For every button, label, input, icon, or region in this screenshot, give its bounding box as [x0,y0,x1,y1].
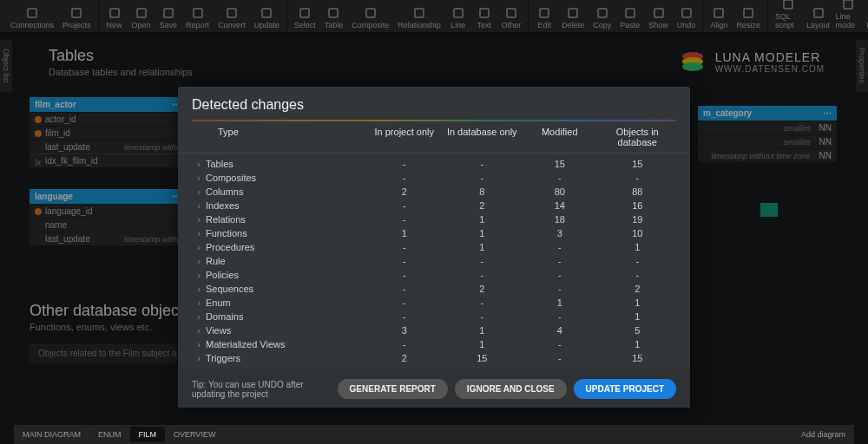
db-only: - [444,297,522,308]
change-row[interactable]: ›Sequences-2-2 [192,282,676,296]
generate-report-button[interactable]: GENERATE REPORT [338,379,448,399]
change-type: Indexes [206,200,365,211]
obj-in-db: - [599,270,677,280]
change-row[interactable]: ›Indexes-21416 [192,199,676,212]
modified: 1 [521,297,599,308]
change-row[interactable]: ›Policies---- [192,268,676,282]
db-only: - [444,173,522,183]
db-only: 1 [444,228,522,238]
update-project-button[interactable]: UPDATE PROJECT [574,379,676,399]
obj-in-db: 88 [599,186,677,197]
detected-changes-dialog: Detected changes Type In project only In… [178,87,690,408]
change-row[interactable]: ›Enum--11 [192,296,676,310]
change-row[interactable]: ›Tables--1515 [192,157,676,171]
col-header: In database only [444,127,522,147]
chevron-right-icon: › [192,339,206,349]
db-only: 2 [444,200,522,211]
proj-only: - [365,297,444,308]
diagram-tab[interactable]: ENUM [89,427,130,442]
chevron-right-icon: › [192,284,206,294]
modified: 14 [521,200,599,211]
proj-only: - [365,284,444,294]
proj-only: - [365,339,444,349]
proj-only: - [365,270,444,280]
db-only: 1 [444,339,522,349]
db-only: 15 [444,353,522,363]
modified: 4 [521,325,599,336]
dialog-footer: Tip: You can use UNDO after updating the… [178,369,690,408]
chevron-right-icon: › [192,270,206,280]
chevron-right-icon: › [192,325,206,336]
chevron-right-icon: › [192,200,206,211]
modified: - [521,270,599,280]
modified: - [521,173,599,183]
diagram-tab[interactable]: MAIN DIAGRAM [14,427,89,442]
divider [192,120,676,121]
obj-in-db: - [599,173,677,183]
change-row[interactable]: ›Functions11310 [192,226,676,240]
change-type: Sequences [206,284,365,294]
change-type: Policies [206,270,365,280]
db-only: 1 [444,325,522,336]
change-type: Relations [206,214,365,225]
obj-in-db: 1 [599,311,677,322]
proj-only: 1 [365,228,444,238]
chevron-right-icon: › [192,228,206,238]
change-row[interactable]: ›Procedures-1-1 [192,240,676,254]
obj-in-db: 10 [599,228,677,238]
col-header: Objects in database [599,127,677,147]
change-row[interactable]: ›Rule---- [192,254,676,268]
change-type: Functions [206,228,365,238]
ignore-close-button[interactable]: IGNORE AND CLOSE [455,379,567,399]
change-row[interactable]: ›Composites---- [192,171,676,185]
col-header: Modified [521,127,599,147]
db-only: - [444,256,522,266]
db-only: 1 [444,242,522,252]
chevron-right-icon: › [192,173,206,183]
chevron-right-icon: › [192,311,206,322]
modified: - [521,339,599,349]
chevron-right-icon: › [192,353,206,363]
diagram-tabs: MAIN DIAGRAMENUMFILMOVERVIEWAdd diagram [14,425,854,444]
change-row[interactable]: ›Relations-11819 [192,212,676,226]
change-type: Columns [206,186,365,197]
change-type: Rule [206,256,365,266]
proj-only: - [365,173,444,183]
obj-in-db: 15 [599,159,677,169]
obj-in-db: 2 [599,284,677,294]
modified: - [521,284,599,294]
dialog-title: Detected changes [178,87,690,120]
change-row[interactable]: ›Materialized Views-1-1 [192,337,676,351]
proj-only: - [365,214,444,225]
change-type: Views [206,325,365,336]
proj-only: - [365,200,444,211]
proj-only: 2 [365,353,444,363]
db-only: 8 [444,186,522,197]
change-row[interactable]: ›Views3145 [192,323,676,337]
db-only: - [444,159,522,169]
col-header: In project only [365,127,444,147]
proj-only: - [365,242,444,252]
obj-in-db: 1 [599,297,677,308]
obj-in-db: - [599,256,677,266]
obj-in-db: 16 [599,200,677,211]
proj-only: - [365,159,444,169]
modified: - [521,353,599,363]
chevron-right-icon: › [192,214,206,225]
add-diagram-button[interactable]: Add diagram [792,427,854,442]
change-type: Triggers [206,353,365,363]
change-type: Composites [206,173,365,183]
obj-in-db: 1 [599,339,677,349]
change-row[interactable]: ›Columns288088 [192,185,676,199]
change-row[interactable]: ›Triggers215-15 [192,351,676,365]
changes-list[interactable]: ›Tables--1515›Composites----›Columns2880… [178,153,690,369]
change-row[interactable]: ›Domains---1 [192,310,676,323]
obj-in-db: 15 [599,353,677,363]
diagram-tab[interactable]: FILM [130,427,166,442]
modified: 15 [521,159,599,169]
diagram-tab[interactable]: OVERVIEW [165,427,224,442]
change-type: Enum [206,297,365,308]
modified: 80 [521,186,599,197]
change-type: Procedures [206,242,365,252]
db-only: - [444,270,522,280]
